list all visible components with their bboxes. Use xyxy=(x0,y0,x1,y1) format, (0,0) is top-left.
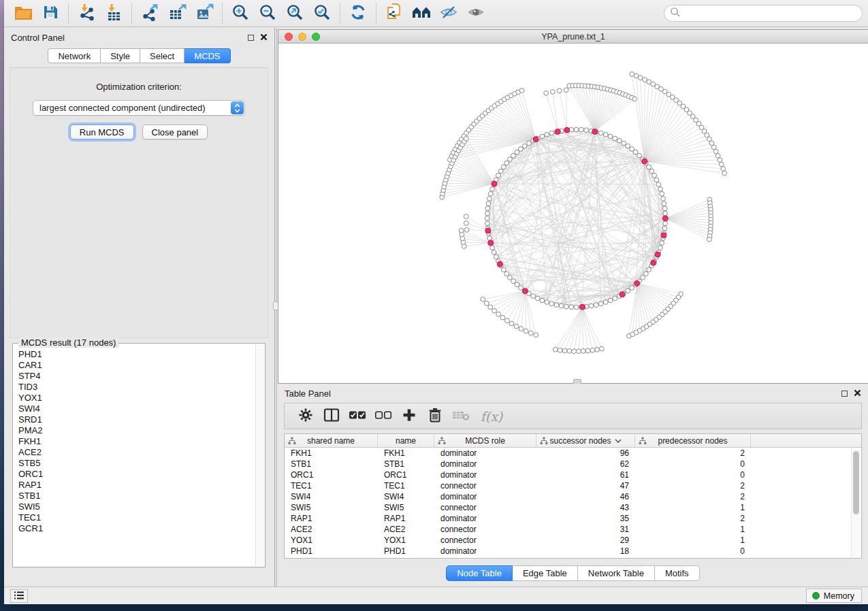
window-maximize-icon[interactable] xyxy=(312,33,320,41)
column-header-name[interactable]: name xyxy=(378,434,434,447)
column-header-empty xyxy=(751,434,861,447)
tab-network-table[interactable]: Network Table xyxy=(578,565,655,581)
table-scrollbar[interactable] xyxy=(851,448,861,557)
float-panel-icon[interactable] xyxy=(248,35,254,41)
control-panel-title: Control Panel xyxy=(11,33,65,43)
table-row[interactable]: YOX1YOX1connector291 xyxy=(285,535,861,546)
save-session-button[interactable] xyxy=(37,2,64,25)
mcds-result-item[interactable]: PHD1 xyxy=(18,349,255,360)
show-columns-button[interactable] xyxy=(319,406,344,427)
zoom-out-button[interactable] xyxy=(254,2,281,25)
mcds-result-list: PHD1CAR1STP4TID3YOX1SWI4SRD1PMA2FKH1ACE2… xyxy=(14,344,255,566)
mcds-result-item[interactable]: YOX1 xyxy=(18,393,255,403)
zoom-in-button[interactable] xyxy=(227,2,254,25)
table-row[interactable]: FKH1FKH1dominator962 xyxy=(285,448,861,459)
select-all-rows-button[interactable] xyxy=(344,406,370,427)
fit-content-button[interactable] xyxy=(281,2,308,25)
export-image-button[interactable] xyxy=(191,2,218,25)
deselect-all-rows-button[interactable] xyxy=(370,406,396,427)
table-toolbar: f(x) xyxy=(284,403,862,429)
first-neighbors-button[interactable] xyxy=(408,2,435,25)
apply-function-button[interactable]: f(x) xyxy=(474,406,509,427)
close-panel-icon[interactable] xyxy=(854,389,861,399)
table-row[interactable]: ORC1ORC1dominator610 xyxy=(285,469,861,480)
table-row[interactable]: SWI5SWI5connector431 xyxy=(285,502,861,513)
show-eye-icon xyxy=(466,5,485,22)
tab-mcds[interactable]: MCDS xyxy=(184,48,230,63)
column-header-shared-name[interactable]: shared name xyxy=(285,434,378,447)
network-canvas[interactable] xyxy=(278,44,868,383)
table-row[interactable]: ACE2ACE2connector311 xyxy=(285,524,861,535)
hide-selection-button[interactable] xyxy=(435,2,462,25)
export-table-button[interactable] xyxy=(163,2,191,25)
create-column-button[interactable] xyxy=(396,406,422,427)
table-row[interactable]: RAP1RAP1dominator352 xyxy=(285,513,861,524)
column-label: successor nodes xyxy=(549,436,611,446)
column-header-MCDS-role[interactable]: MCDS role xyxy=(434,434,536,447)
mcds-result-item[interactable]: SWI5 xyxy=(18,501,255,512)
column-header-predecessor-nodes[interactable]: predecessor nodes xyxy=(635,434,751,447)
delete-columns-button[interactable] xyxy=(422,406,448,427)
table-scrollbar-thumb[interactable] xyxy=(853,451,859,514)
mcds-result-item[interactable]: STB5 xyxy=(18,458,255,469)
table-cell: 47 xyxy=(536,480,635,491)
network-window-titlebar[interactable]: YPA_prune.txt_1 xyxy=(278,30,868,44)
tab-style[interactable]: Style xyxy=(101,48,140,63)
mcds-list-scrollbar[interactable] xyxy=(255,344,264,566)
tab-node-table[interactable]: Node Table xyxy=(446,565,513,581)
tab-motifs[interactable]: Motifs xyxy=(655,565,700,581)
checked-boxes-icon xyxy=(349,410,366,423)
tab-network[interactable]: Network xyxy=(48,48,101,63)
mcds-result-item[interactable]: STB1 xyxy=(18,491,255,501)
mcds-result-item[interactable]: GCR1 xyxy=(18,523,255,534)
table-row[interactable]: STB1STB1dominator620 xyxy=(285,459,861,469)
memory-button[interactable]: Memory xyxy=(806,589,862,603)
delete-table-button[interactable] xyxy=(448,406,474,427)
window-minimize-icon[interactable] xyxy=(298,33,306,41)
open-file-button[interactable] xyxy=(10,2,37,25)
table-cell: connector xyxy=(434,535,536,546)
table-cell: connector xyxy=(434,502,536,513)
toolbar-separator xyxy=(376,3,376,24)
table-cell: ORC1 xyxy=(378,469,434,480)
table-mode-gear-button[interactable] xyxy=(293,406,319,427)
table-cell: 18 xyxy=(536,546,635,557)
mcds-result-item[interactable]: TEC1 xyxy=(18,512,255,523)
run-mcds-button[interactable]: Run MCDS xyxy=(70,125,134,139)
mcds-result-item[interactable]: ORC1 xyxy=(18,469,255,480)
search-input[interactable] xyxy=(681,7,856,19)
mcds-result-item[interactable]: PMA2 xyxy=(18,425,255,436)
apply-layout-button[interactable] xyxy=(344,2,372,25)
close-panel-icon[interactable] xyxy=(260,33,268,43)
new-network-from-selection-button[interactable] xyxy=(381,2,408,25)
table-row[interactable]: SWI4SWI4dominator462 xyxy=(285,491,861,502)
mcds-result-item[interactable]: SWI4 xyxy=(18,403,255,414)
panel-splitter[interactable] xyxy=(274,28,277,587)
export-network-button[interactable] xyxy=(136,2,163,25)
export-network-icon xyxy=(141,3,159,23)
table-row[interactable]: TEC1TEC1connector472 xyxy=(285,480,861,491)
float-panel-icon[interactable] xyxy=(841,391,848,397)
show-all-button[interactable] xyxy=(462,2,489,25)
task-history-button[interactable] xyxy=(10,589,28,603)
window-close-icon[interactable] xyxy=(285,33,293,41)
mcds-result-item[interactable]: TID3 xyxy=(18,382,255,393)
tab-select[interactable]: Select xyxy=(140,48,184,63)
table-row[interactable]: PHD1PHD1dominator180 xyxy=(285,546,861,557)
mcds-result-item[interactable]: RAP1 xyxy=(18,480,255,491)
mcds-result-item[interactable]: SRD1 xyxy=(18,414,255,425)
import-table-button[interactable] xyxy=(100,2,127,25)
import-network-button[interactable] xyxy=(73,2,100,25)
zoom-selected-button[interactable] xyxy=(308,2,336,25)
table-cell: dominator xyxy=(434,459,536,469)
import-table-icon xyxy=(105,3,123,23)
close-panel-button[interactable]: Close panel xyxy=(142,125,208,139)
mcds-result-item[interactable]: FKH1 xyxy=(18,436,255,447)
mcds-result-item[interactable]: STP4 xyxy=(18,371,255,382)
mcds-result-item[interactable]: ACE2 xyxy=(18,447,255,458)
mcds-result-item[interactable]: CAR1 xyxy=(18,360,255,371)
column-header-successor-nodes[interactable]: successor nodes xyxy=(536,434,635,447)
tab-edge-table[interactable]: Edge Table xyxy=(513,565,578,581)
table-cell: 46 xyxy=(536,491,635,502)
criterion-dropdown[interactable]: largest connected component (undirected) xyxy=(33,100,245,116)
